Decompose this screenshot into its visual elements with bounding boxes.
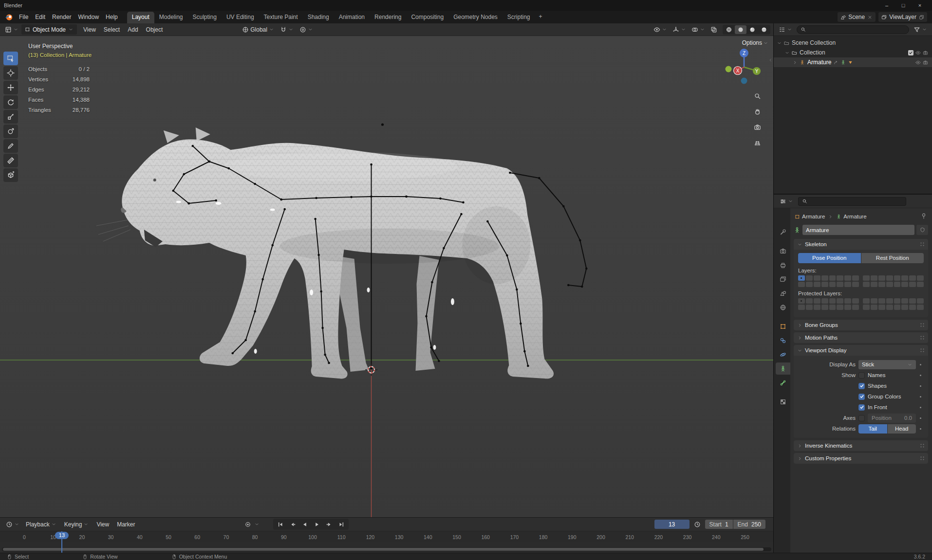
layer-cell[interactable] <box>894 298 901 304</box>
layer-cell[interactable] <box>852 298 859 304</box>
tool-rotate[interactable] <box>3 95 18 109</box>
playhead-frame-badge[interactable]: 13 <box>55 532 69 539</box>
workspace-tab-texture-paint[interactable]: Texture Paint <box>259 12 303 23</box>
workspace-tab-scripting[interactable]: Scripting <box>503 12 535 23</box>
layer-cell[interactable] <box>852 305 859 310</box>
frame-end-field[interactable]: End 250 <box>733 520 765 529</box>
layer-cell[interactable] <box>852 282 859 287</box>
mode-dropdown[interactable]: Object Mode <box>21 24 77 35</box>
skeleton-panel-header[interactable]: Skeleton <box>794 239 928 250</box>
rest-position-button[interactable]: Rest Position <box>861 253 924 263</box>
checkbox-names[interactable] <box>858 372 865 379</box>
layer-cell[interactable] <box>844 282 851 287</box>
key-next-button[interactable] <box>323 520 335 529</box>
tool-move[interactable] <box>3 81 18 94</box>
viewport-menu-add[interactable]: Add <box>124 25 141 35</box>
menu-file[interactable]: File <box>16 12 32 22</box>
add-workspace-button[interactable]: + <box>535 11 546 23</box>
layer-cell[interactable] <box>821 282 828 287</box>
checkbox-in-front[interactable] <box>858 404 865 411</box>
layer-cell[interactable] <box>886 305 893 310</box>
outliner-search[interactable] <box>797 25 909 34</box>
shading-rendered-button[interactable] <box>758 25 770 34</box>
layer-cell[interactable] <box>806 305 813 310</box>
camera-view-button[interactable] <box>752 122 763 132</box>
timeline-scrollbar[interactable] <box>2 547 771 551</box>
properties-tab-constraints[interactable] <box>776 334 790 346</box>
layer-cell[interactable] <box>829 305 836 310</box>
skip-start-button[interactable] <box>275 520 286 529</box>
relations-tail-button[interactable]: Tail <box>858 424 887 434</box>
menu-render[interactable]: Render <box>49 12 75 22</box>
panel-motion-paths[interactable]: Motion Paths <box>794 332 928 343</box>
copy-icon[interactable] <box>919 15 924 20</box>
layer-cell[interactable] <box>909 298 916 304</box>
blender-logo-icon[interactable] <box>5 13 14 21</box>
panel-grip[interactable] <box>920 443 925 449</box>
layer-cell[interactable] <box>878 298 885 304</box>
axes-checkbox[interactable] <box>858 415 865 421</box>
workspace-tab-compositing[interactable]: Compositing <box>406 12 448 23</box>
viewport-display-panel-header[interactable]: Viewport Display <box>794 345 928 356</box>
animate-dot[interactable] <box>920 428 921 430</box>
layer-cell[interactable] <box>844 305 851 310</box>
animate-dot[interactable] <box>920 407 921 408</box>
layer-cell[interactable] <box>909 282 916 287</box>
layer-cell[interactable] <box>829 298 836 304</box>
gizmo-axis-ball[interactable] <box>726 66 732 72</box>
key-prev-button[interactable] <box>287 520 298 529</box>
properties-tab-texture[interactable] <box>776 396 790 408</box>
minimize-button[interactable]: – <box>878 0 895 11</box>
layer-cell[interactable] <box>798 275 805 281</box>
workspace-tab-rendering[interactable]: Rendering <box>370 12 406 23</box>
layer-cell[interactable] <box>829 282 836 287</box>
zoom-button[interactable] <box>752 90 763 101</box>
workspace-tab-shading[interactable]: Shading <box>303 12 334 23</box>
properties-tab-output[interactable] <box>776 259 790 271</box>
layer-cell[interactable] <box>917 298 924 304</box>
xray-toggle[interactable] <box>708 25 719 34</box>
animate-dot[interactable] <box>920 417 921 419</box>
properties-tab-tool[interactable] <box>776 226 790 238</box>
properties-tab-object-data[interactable] <box>776 362 790 375</box>
panel-inverse-kinematics[interactable]: Inverse Kinematics <box>794 440 928 451</box>
properties-tab-render[interactable] <box>776 245 790 257</box>
options-dropdown[interactable]: Options <box>742 39 768 46</box>
panel-bone-groups[interactable]: Bone Groups <box>794 320 928 330</box>
layer-cell[interactable] <box>863 305 870 310</box>
properties-editor-button[interactable] <box>778 197 795 206</box>
menu-edit[interactable]: Edit <box>32 12 49 22</box>
layer-cell[interactable] <box>886 275 893 281</box>
menu-help[interactable]: Help <box>102 12 121 22</box>
properties-tab-bone[interactable] <box>776 377 790 389</box>
outliner-row-collection[interactable]: Collection <box>774 48 932 57</box>
layer-cell[interactable] <box>886 298 893 304</box>
properties-tab-scene[interactable] <box>776 287 790 299</box>
current-frame-field[interactable]: 13 <box>654 520 690 529</box>
layer-cell[interactable] <box>806 275 813 281</box>
pin-button[interactable] <box>920 213 927 220</box>
workspace-tab-modeling[interactable]: Modeling <box>154 12 188 23</box>
tool-select-box[interactable] <box>3 52 18 65</box>
auto-keying-button[interactable] <box>242 520 254 529</box>
editor-type-button[interactable] <box>3 25 20 34</box>
animate-dot[interactable] <box>920 364 921 365</box>
layer-cell[interactable] <box>821 305 828 310</box>
layer-cell[interactable] <box>894 275 901 281</box>
layer-cell[interactable] <box>852 275 859 281</box>
animate-dot[interactable] <box>920 385 921 387</box>
properties-tab-world[interactable] <box>776 301 790 313</box>
properties-tab-physics[interactable] <box>776 348 790 361</box>
layer-cell[interactable] <box>901 305 908 310</box>
layer-cell[interactable] <box>871 305 877 310</box>
play-button[interactable] <box>311 520 323 529</box>
object-visibility-dropdown[interactable] <box>652 25 669 34</box>
layer-cell[interactable] <box>871 275 877 281</box>
layer-cell[interactable] <box>844 275 851 281</box>
properties-tab-view-layer[interactable] <box>776 273 790 285</box>
outliner-filter-button[interactable] <box>912 25 929 34</box>
tool-scale[interactable] <box>3 110 18 124</box>
layer-cell[interactable] <box>829 275 836 281</box>
breadcrumb-data[interactable]: Armature <box>836 214 866 219</box>
timeline-menu-playback[interactable]: Playback <box>22 520 60 529</box>
